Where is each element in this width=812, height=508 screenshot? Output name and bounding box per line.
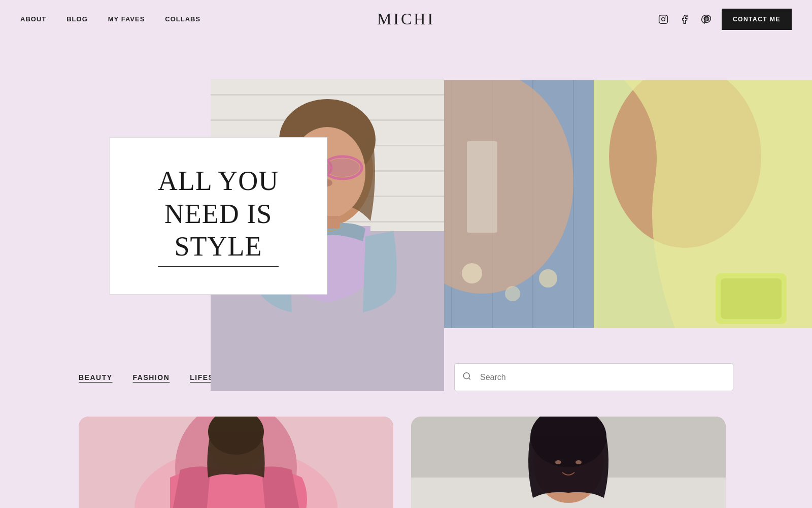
pinterest-icon[interactable] (700, 14, 712, 25)
svg-point-1 (662, 17, 665, 21)
svg-point-2 (665, 16, 666, 17)
svg-line-39 (468, 377, 470, 379)
blog-card-1[interactable] (79, 417, 393, 508)
hero-text-box: ALL YOU NEED IS STYLE (109, 137, 327, 295)
svg-point-16 (539, 269, 557, 288)
search-input[interactable] (454, 363, 733, 391)
nav-my-faves[interactable]: MY FAVES (108, 15, 145, 23)
nav-about[interactable]: ABOUT (20, 15, 46, 23)
nav-right: CONTACT ME (658, 9, 792, 30)
search-container (454, 363, 733, 391)
svg-point-38 (463, 372, 469, 378)
search-icon (462, 371, 471, 383)
svg-point-51 (576, 460, 582, 464)
svg-point-14 (462, 263, 482, 283)
svg-rect-0 (659, 15, 668, 23)
site-logo[interactable]: MICHI (377, 10, 435, 28)
svg-rect-19 (721, 278, 782, 319)
svg-rect-21 (211, 94, 444, 96)
nav-left: ABOUT BLOG MY FAVES COLLABS (20, 15, 200, 23)
instagram-icon[interactable] (658, 14, 669, 25)
tab-beauty[interactable]: BEAUTY (79, 373, 113, 382)
nav-blog[interactable]: BLOG (66, 15, 88, 23)
blog-card-2[interactable] (411, 417, 726, 508)
site-header: ABOUT BLOG MY FAVES COLLABS MICHI CONTAC… (0, 0, 812, 38)
hero-tagline: ALL YOU NEED IS STYLE (158, 165, 279, 267)
nav-collabs[interactable]: COLLABS (165, 15, 200, 23)
facebook-icon[interactable] (679, 14, 690, 25)
svg-point-50 (555, 460, 561, 464)
contact-button[interactable]: CONTACT ME (722, 9, 792, 30)
tab-fashion[interactable]: FASHION (133, 373, 170, 382)
blog-cards-section (0, 406, 812, 508)
svg-point-15 (505, 286, 520, 301)
svg-rect-11 (467, 141, 497, 233)
hero-section: ALL YOU NEED IS STYLE (0, 38, 812, 348)
